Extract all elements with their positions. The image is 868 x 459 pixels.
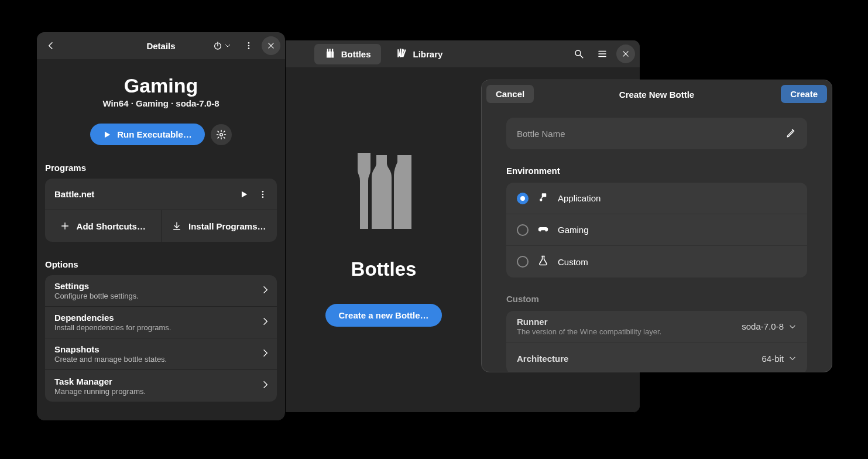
bottles-icon [325,48,335,60]
kebab-menu-button[interactable] [239,36,258,55]
option-subtitle: Manage running programs. [54,387,260,396]
options-card: Settings Configure bottle settings. Depe… [45,275,277,402]
search-button[interactable] [569,44,588,63]
tab-bottles[interactable]: Bottles [314,44,382,64]
svg-point-13 [248,45,250,47]
environment-options: Application Gaming Custom [506,183,807,278]
run-program-button[interactable] [235,185,253,204]
dialog-title: Create New Bottle [619,90,694,100]
close-button[interactable] [262,36,280,55]
architecture-title: Architecture [517,354,761,364]
cancel-button[interactable]: Cancel [486,85,534,103]
svg-marker-19 [242,191,247,197]
chevron-right-icon [260,348,270,360]
bottle-details-window: Details Gaming Win64 · Gaming · soda-7.0… [36,32,286,421]
svg-point-14 [248,47,250,49]
programs-card: Battle.net Add Shortcuts… Install Progra… [45,179,277,242]
option-dependencies[interactable]: Dependencies Install dependencies for pr… [45,307,277,338]
tab-library[interactable]: Library [386,44,453,64]
env-custom[interactable]: Custom [506,246,807,278]
chevron-right-icon [260,317,270,328]
option-subtitle: Create and manage bottle states. [54,355,260,364]
back-button[interactable] [42,36,60,55]
bottles-app-icon [352,153,416,229]
option-subtitle: Configure bottle settings. [54,292,260,300]
runner-value: soda-7.0-8 [742,321,784,331]
options-heading: Options [45,259,277,269]
svg-line-4 [580,55,583,58]
custom-options: Runner The version of the Wine compatibi… [506,311,807,372]
add-shortcuts-button[interactable]: Add Shortcuts… [45,210,162,242]
close-button[interactable] [616,44,635,63]
chevron-right-icon [260,380,270,392]
program-name: Battle.net [54,189,235,199]
programs-heading: Programs [45,163,277,173]
runner-combo[interactable]: soda-7.0-8 [742,321,797,331]
svg-rect-1 [400,49,401,57]
library-icon [396,48,407,60]
svg-marker-17 [105,131,110,138]
option-settings[interactable]: Settings Configure bottle settings. [45,275,277,307]
gamepad-icon [538,224,548,237]
svg-point-3 [575,50,581,56]
svg-point-18 [220,133,223,136]
tab-label: Bottles [341,49,371,59]
svg-rect-28 [542,193,547,197]
tab-label: Library [413,49,442,59]
flask-icon [538,255,548,268]
option-title: Settings [54,281,260,291]
create-new-bottle-button[interactable]: Create a new Bottle… [325,304,441,327]
program-row: Battle.net [45,179,277,210]
env-label: Gaming [558,225,589,235]
custom-heading: Custom [506,294,807,304]
bottle-name-field[interactable]: Bottle Name [506,118,807,149]
env-application[interactable]: Application [506,183,807,214]
details-headerbar: Details [37,32,285,59]
radio-icon [517,224,529,236]
chevron-right-icon [260,285,270,297]
architecture-row[interactable]: Architecture 64-bit [506,342,807,372]
hamburger-menu-button[interactable] [593,44,612,63]
dialog-headerbar: Cancel Create New Bottle Create [482,80,832,108]
bottle-title: Gaming [45,74,277,97]
option-subtitle: Install dependencies for programs. [54,323,260,332]
radio-selected-icon [517,193,529,204]
svg-point-22 [262,196,264,198]
env-gaming[interactable]: Gaming [506,214,807,246]
environment-heading: Environment [506,166,807,176]
power-menu-button[interactable] [207,38,236,53]
architecture-combo[interactable]: 64-bit [761,354,797,364]
option-title: Dependencies [54,313,260,323]
svg-point-27 [540,198,543,201]
program-kebab-button[interactable] [253,185,272,204]
svg-point-20 [262,191,264,193]
install-programs-label: Install Programs… [188,221,266,231]
create-button[interactable]: Create [781,85,827,103]
application-icon [538,192,548,205]
bottle-meta: Win64 · Gaming · soda-7.0-8 [45,98,277,108]
bottle-name-placeholder: Bottle Name [517,129,786,139]
option-title: Task Manager [54,376,260,386]
architecture-value: 64-bit [761,354,784,364]
add-shortcuts-label: Add Shortcuts… [77,221,146,231]
svg-rect-0 [398,49,399,57]
window-title: Details [146,41,175,51]
page-title: Bottles [351,258,417,280]
option-title: Snapshots [54,344,260,354]
radio-icon [517,256,529,268]
option-task-manager[interactable]: Task Manager Manage running programs. [45,370,277,402]
bottle-preferences-button[interactable] [211,124,232,145]
create-new-bottle-dialog: Cancel Create New Bottle Create Bottle N… [481,80,832,372]
runner-row[interactable]: Runner The version of the Wine compatibi… [506,311,807,342]
option-snapshots[interactable]: Snapshots Create and manage bottle state… [45,338,277,370]
svg-point-21 [262,193,264,195]
pencil-icon [786,128,797,140]
env-label: Application [558,193,601,203]
svg-point-12 [248,42,250,44]
runner-subtitle: The version of the Wine compatibility la… [517,327,742,336]
run-executable-button[interactable]: Run Executable… [90,124,205,145]
env-label: Custom [558,257,588,267]
install-programs-button[interactable]: Install Programs… [162,210,277,242]
runner-title: Runner [517,317,742,327]
run-executable-label: Run Executable… [117,129,192,139]
